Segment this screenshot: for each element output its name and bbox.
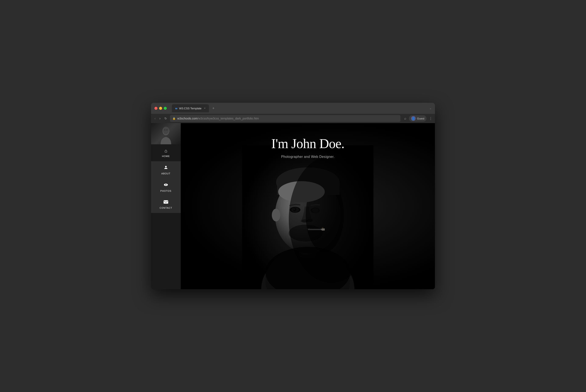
svg-point-2 [164,129,165,130]
lock-icon: 🔒 [172,117,176,120]
avatar-symbol: 👤 [412,117,415,120]
eye-icon [163,182,168,188]
person-icon [163,165,168,171]
window-controls [154,107,167,110]
active-tab[interactable]: w W3.CSS Template × [172,104,209,112]
hero-subtitle: Photographer and Web Designer. [271,155,344,159]
portrait-svg [242,145,374,289]
search-icon[interactable]: ⌕ [404,116,406,120]
url-text: w3schools.com/w3css/tryw3css_templates_d… [177,117,259,120]
svg-point-1 [163,127,169,134]
url-domain: w3schools.com [177,117,198,120]
sidebar-item-home[interactable]: ⌂ HOME [151,144,181,161]
guest-label: Guest [417,117,424,120]
forward-button[interactable]: › [158,116,161,121]
sidebar-avatar [151,123,181,144]
svg-point-3 [166,129,168,130]
tab-title-text: W3.CSS Template [179,107,201,110]
contact-label: CONTACT [159,206,172,209]
back-button[interactable]: ‹ [154,116,156,121]
photos-label: PHOTOS [160,190,171,192]
url-path: /w3css/tryw3css_templates_dark_portfolio… [197,117,259,120]
svg-rect-8 [163,200,168,204]
new-tab-button[interactable]: + [211,105,216,112]
svg-point-4 [165,166,166,168]
minimize-button[interactable] [159,107,162,110]
close-button[interactable] [154,107,157,110]
tab-dropdown-button[interactable]: ⌄ [429,107,432,110]
title-bar: w W3.CSS Template × + ⌄ [151,103,435,114]
about-label: ABOUT [161,172,170,175]
home-label: HOME [162,155,170,158]
tab-close-button[interactable]: × [204,107,205,110]
hero-section: I'm John Doe. Photographer and Web Desig… [181,123,435,289]
tab-bar: w W3.CSS Template × + [172,104,216,112]
nav-items: ⌂ HOME ABOUT [151,144,181,213]
svg-point-7 [166,184,166,185]
hero-text: I'm John Doe. Photographer and Web Desig… [271,123,344,159]
browser-window: w W3.CSS Template × + ⌄ ‹ › ↻ 🔒 w3school… [151,103,435,289]
sidebar: ⌂ HOME ABOUT [151,123,181,289]
user-menu[interactable]: 👤 Guest [409,115,427,122]
url-bar[interactable]: 🔒 w3schools.com/w3css/tryw3css_templates… [170,115,401,122]
sidebar-item-photos[interactable]: PHOTOS [151,178,181,196]
refresh-button[interactable]: ↻ [163,116,168,121]
address-bar: ‹ › ↻ 🔒 w3schools.com/w3css/tryw3css_tem… [151,114,435,123]
home-icon: ⌂ [164,148,167,154]
envelope-icon [163,200,168,205]
sidebar-item-about[interactable]: ABOUT [151,161,181,178]
svg-point-30 [272,209,280,222]
main-content: ⌂ HOME ABOUT [151,123,435,289]
avatar-photo [151,123,181,144]
browser-actions: ⌕ 👤 Guest ⋮ [404,115,432,122]
browser-menu-button[interactable]: ⋮ [429,116,432,120]
maximize-button[interactable] [164,107,167,110]
tab-favicon-icon: w [175,107,177,110]
sidebar-item-contact[interactable]: CONTACT [151,196,181,213]
avatar-icon: 👤 [411,116,416,121]
avatar-silhouette-svg [159,126,172,144]
hero-title: I'm John Doe. [271,136,344,152]
